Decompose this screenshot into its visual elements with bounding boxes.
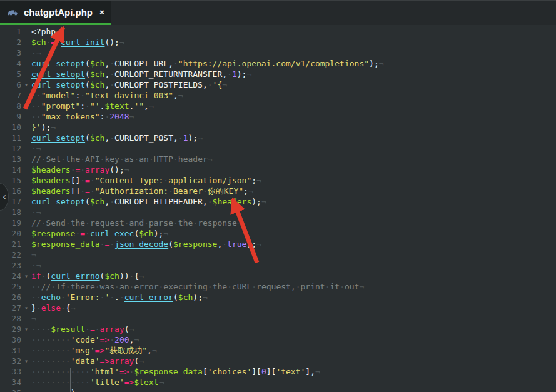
code-line-18[interactable]: 18·¬ (0, 207, 556, 218)
line-number: 26 (0, 292, 21, 303)
line-number: 25 (0, 281, 21, 292)
fold-spacer (21, 207, 31, 218)
line-number: 12 (0, 143, 21, 154)
close-icon[interactable]: ✖ (99, 8, 104, 16)
fold-spacer (21, 292, 31, 303)
code-text: }·else·{¬ (31, 303, 556, 313)
fold-spacer (21, 186, 31, 196)
fold-spacer (21, 345, 31, 356)
line-number: 4 (0, 58, 21, 69)
code-line-20[interactable]: 20$response·=·curl_exec($ch);¬ (0, 228, 556, 239)
tab-title: chatgptApi.php (24, 7, 94, 18)
code-line-24[interactable]: 24▾if·(curl_errno($ch))·{¬ (0, 271, 556, 281)
code-line-21[interactable]: 21$response_data·=·json_decode($response… (0, 239, 556, 249)
fold-arrow-icon[interactable]: ▾ (21, 356, 31, 366)
fold-spacer (21, 196, 31, 207)
code-line-13[interactable]: 13//·Set·the·API·key·as·an·HTTP·header¬ (0, 154, 556, 164)
code-text: ········'code'=>·200,¬ (31, 334, 556, 345)
code-line-8[interactable]: 8··"prompt":·"'.$text.'",¬ (0, 101, 556, 111)
fold-spacer (21, 133, 31, 143)
code-line-5[interactable]: 5curl_setopt($ch,·CURLOPT_RETURNTRANSFER… (0, 69, 556, 79)
code-line-27[interactable]: 27▾}·else·{¬ (0, 303, 556, 313)
fold-spacer (21, 377, 31, 388)
code-text: ········)¬ (31, 388, 556, 392)
fold-spacer (21, 58, 31, 69)
fold-arrow-icon[interactable]: ▾ (21, 324, 31, 334)
line-number: 7 (0, 90, 21, 101)
code-line-1[interactable]: 1<?php¬ (0, 26, 556, 37)
line-number: 19 (0, 218, 21, 228)
code-text: ····$result·=·array(¬ (31, 324, 556, 334)
code-text: curl_setopt($ch,·CURLOPT_HTTPHEADER,·$he… (31, 196, 556, 207)
fold-arrow-icon[interactable]: ▾ (21, 303, 31, 313)
code-line-3[interactable]: 3·¬ (0, 48, 556, 58)
line-number: 9 (0, 111, 21, 122)
code-line-2[interactable]: 2$ch·=·curl_init();¬ (0, 37, 556, 48)
fold-spacer (21, 175, 31, 186)
code-text: <?php¬ (31, 26, 556, 37)
code-line-23[interactable]: 23·¬ (0, 260, 556, 271)
code-line-30[interactable]: 30········'code'=>·200,¬ (0, 334, 556, 345)
fold-spacer (21, 281, 31, 292)
code-line-12[interactable]: 12·¬ (0, 143, 556, 154)
code-line-6[interactable]: 6▾curl_setopt($ch,·CURLOPT_POSTFIELDS,·'… (0, 79, 556, 90)
code-text: curl_setopt($ch,·CURLOPT_RETURNTRANSFER,… (31, 69, 556, 79)
code-text: ¬ (31, 313, 556, 324)
code-line-17[interactable]: 17curl_setopt($ch,·CURLOPT_HTTPHEADER,·$… (0, 196, 556, 207)
code-editor[interactable]: 1<?php¬2$ch·=·curl_init();¬3·¬4curl_seto… (0, 25, 556, 392)
code-line-33[interactable]: 33············'html'=>·$response_data['c… (0, 366, 556, 377)
line-number: 5 (0, 69, 21, 79)
code-line-19[interactable]: 19//·Send·the·request·and·parse·the·resp… (0, 218, 556, 228)
code-line-35[interactable]: 35········)¬ (0, 388, 556, 392)
code-line-15[interactable]: 15$headers[]·=·"Content-Type:·applicatio… (0, 175, 556, 186)
code-line-14[interactable]: 14$headers·=·array();¬ (0, 164, 556, 175)
code-line-29[interactable]: 29▾····$result·=·array(¬ (0, 324, 556, 334)
code-text: ·¬ (31, 48, 556, 58)
code-line-32[interactable]: 32▾········'data'=>array(¬ (0, 356, 556, 366)
fold-arrow-icon[interactable]: ▾ (21, 79, 31, 90)
code-line-10[interactable]: 10}');¬ (0, 122, 556, 133)
code-text: curl_setopt($ch,·CURLOPT_POSTFIELDS,·'{¬ (31, 79, 556, 90)
code-line-4[interactable]: 4curl_setopt($ch,·CURLOPT_URL,·"https://… (0, 58, 556, 69)
code-line-11[interactable]: 11curl_setopt($ch,·CURLOPT_POST,·1);¬ (0, 133, 556, 143)
fold-spacer (21, 260, 31, 271)
fold-arrow-icon[interactable]: ▾ (21, 271, 31, 281)
line-number: 29 (0, 324, 21, 334)
fold-spacer (21, 26, 31, 37)
code-text: ·¬ (31, 207, 556, 218)
code-text: ··"model":·"text-davinci-003",¬ (31, 90, 556, 101)
fold-spacer (21, 313, 31, 324)
code-text: $ch·=·curl_init();¬ (31, 37, 556, 48)
fold-spacer (21, 101, 31, 111)
php-elephant-icon (6, 8, 18, 17)
line-number: 10 (0, 122, 21, 133)
code-line-28[interactable]: 28¬ (0, 313, 556, 324)
fold-spacer (21, 122, 31, 133)
code-line-22[interactable]: 22¬ (0, 249, 556, 260)
fold-spacer (21, 228, 31, 239)
fold-spacer (21, 48, 31, 58)
code-line-7[interactable]: 7··"model":·"text-davinci-003",¬ (0, 90, 556, 101)
code-line-26[interactable]: 26··echo·'Error:·'·.·curl_error($ch);¬ (0, 292, 556, 303)
code-text: if·(curl_errno($ch))·{¬ (31, 271, 556, 281)
code-text: ··//·If·there·was·an·error·executing·the… (31, 281, 556, 292)
line-number: 34 (0, 377, 21, 388)
line-number: 14 (0, 164, 21, 175)
tab-chatgptapi-php[interactable]: chatgptApi.php ✖ (0, 1, 111, 25)
code-line-9[interactable]: 9··"max_tokens":·2048¬ (0, 111, 556, 122)
editor-window: chatgptApi.php ✖ 1<?php¬2$ch·=·curl_init… (0, 0, 556, 392)
code-line-34[interactable]: 34············'title'=>$text¬ (0, 377, 556, 388)
code-text: ········'msg'=>"获取成功",¬ (31, 345, 556, 356)
code-line-31[interactable]: 31········'msg'=>"获取成功",¬ (0, 345, 556, 356)
code-text: ············'html'=>·$response_data['cho… (31, 366, 556, 377)
code-line-25[interactable]: 25··//·If·there·was·an·error·executing·t… (0, 281, 556, 292)
fold-spacer (21, 37, 31, 48)
code-line-16[interactable]: 16$headers[]·=·"Authorization:·Bearer·你的… (0, 186, 556, 196)
code-text: curl_setopt($ch,·CURLOPT_POST,·1);¬ (31, 133, 556, 143)
line-number: 20 (0, 228, 21, 239)
fold-spacer (21, 218, 31, 228)
line-number: 31 (0, 345, 21, 356)
code-text: //·Send·the·request·and·parse·the·respon… (31, 218, 556, 228)
line-number: 11 (0, 133, 21, 143)
code-text: //·Set·the·API·key·as·an·HTTP·header¬ (31, 154, 556, 164)
